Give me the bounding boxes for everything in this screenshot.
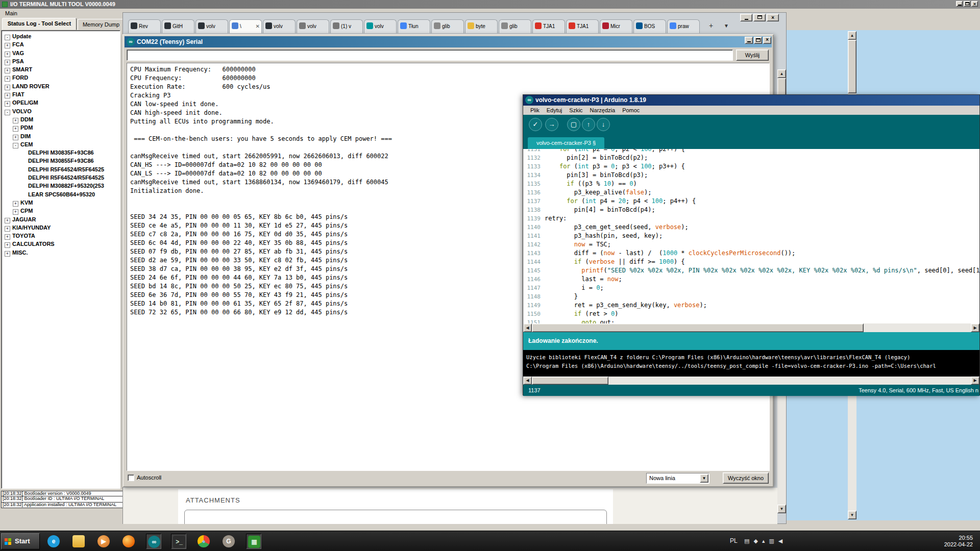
browser-tab[interactable]: praw	[667, 19, 700, 33]
media-player-icon[interactable]: ▶	[96, 534, 111, 549]
scrollbar-thumb[interactable]	[532, 323, 864, 332]
browser-tab[interactable]: TJA1	[532, 19, 565, 33]
save-sketch-button[interactable]: ↓	[597, 118, 610, 131]
menu-item-edytuj[interactable]: Edytuj	[547, 107, 562, 113]
scrollbar-thumb[interactable]	[532, 377, 608, 385]
expand-icon[interactable]: +	[5, 68, 10, 73]
scroll-left-icon[interactable]: ◀	[523, 323, 532, 332]
tree-item[interactable]: +FIAT	[3, 90, 120, 98]
verify-button[interactable]: ✓	[529, 118, 542, 131]
minimize-icon[interactable]	[745, 37, 753, 44]
scroll-up-icon[interactable]: ▲	[848, 31, 856, 40]
tree-item[interactable]: DELPHI M30882F+95320(253	[3, 182, 120, 190]
tree-item[interactable]: +MISC.	[3, 248, 120, 257]
close-tab-icon[interactable]: ✕	[256, 23, 260, 30]
arduino-serial-icon[interactable]: ∞	[146, 534, 161, 549]
chevron-up-icon[interactable]: ▴	[762, 538, 769, 544]
serial-monitor-titlebar[interactable]: ∞ COM22 (Teensy) Serial	[125, 36, 772, 47]
expand-icon[interactable]: +	[5, 60, 10, 65]
expand-icon[interactable]: +	[13, 126, 18, 132]
code-editor[interactable]: 1131 for (int p2 = 0; p2 < 100; p2++) {1…	[523, 149, 979, 323]
tree-item[interactable]: DELPHI M30835F+93C86	[3, 148, 120, 157]
gimp-icon[interactable]: G	[221, 534, 236, 549]
scroll-down-icon[interactable]: ▼	[848, 511, 856, 519]
network-icon[interactable]: ▥	[769, 538, 778, 544]
expand-icon[interactable]: +	[5, 242, 10, 248]
menu-item-narzędzia[interactable]: Narzędzia	[590, 107, 616, 113]
new-tab-button[interactable]: +	[705, 20, 717, 32]
tree-item[interactable]: -VOLVO	[3, 107, 120, 115]
scrollbar-thumb[interactable]	[848, 40, 856, 93]
scroll-right-icon[interactable]: ▶	[971, 377, 979, 385]
tree-item[interactable]: +KVM	[3, 198, 120, 207]
scroll-right-icon[interactable]: ▶	[971, 323, 979, 332]
line-ending-select[interactable]: Nowa linia ▼	[646, 473, 709, 484]
tree-item[interactable]: +DDM	[3, 115, 120, 123]
expand-icon[interactable]: +	[5, 52, 10, 57]
expand-icon[interactable]: +	[13, 209, 18, 215]
console-hscrollbar[interactable]: ◀ ▶	[523, 377, 979, 385]
tree-item[interactable]: +SMART	[3, 65, 120, 73]
minimize-icon[interactable]	[740, 14, 752, 21]
expand-icon[interactable]: +	[5, 218, 10, 223]
collapse-icon[interactable]: -	[5, 110, 10, 115]
scroll-down-icon[interactable]: ▼	[777, 505, 786, 513]
expand-icon[interactable]: +	[5, 234, 10, 240]
browser-tab[interactable]: BOS	[633, 19, 666, 33]
expand-icon[interactable]: +	[5, 93, 10, 98]
browser-tab[interactable]: TJA1	[566, 19, 599, 33]
tree-item[interactable]: -CEM	[3, 140, 120, 148]
browser-tab[interactable]: Rev	[128, 19, 161, 33]
expand-icon[interactable]: +	[13, 201, 18, 207]
close-icon[interactable]: ×	[763, 37, 771, 44]
browser-tab[interactable]: GitH	[162, 19, 194, 33]
tab-memory-dump[interactable]: Memory Dump	[78, 19, 125, 30]
send-button[interactable]: Wyślij	[736, 49, 769, 61]
tree-item[interactable]: +JAGUAR	[3, 215, 120, 223]
tree-item[interactable]: +FORD	[3, 73, 120, 82]
scroll-up-icon[interactable]: ▲	[777, 69, 786, 78]
editor-hscrollbar[interactable]: ◀ ▶	[523, 323, 979, 332]
minimize-icon[interactable]	[956, 1, 963, 7]
maximize-icon[interactable]	[754, 37, 762, 44]
menu-item-szkic[interactable]: Szkic	[569, 107, 582, 113]
tree-item[interactable]: +VAG	[3, 49, 120, 57]
menu-item-plik[interactable]: Plik	[530, 107, 540, 113]
browser-tab[interactable]: volv	[297, 19, 329, 33]
close-icon[interactable]: ×	[767, 14, 779, 21]
tree-item[interactable]: -Update	[3, 32, 120, 40]
scroll-left-icon[interactable]: ◀	[523, 377, 532, 385]
expand-icon[interactable]: +	[5, 226, 10, 232]
tree-item[interactable]: DELPHI M30855F+93C86	[3, 157, 120, 165]
collapse-icon[interactable]: -	[5, 35, 10, 40]
browser-tab[interactable]: byte	[465, 19, 498, 33]
terminal-icon[interactable]: >_	[171, 534, 186, 549]
collapse-icon[interactable]: -	[13, 143, 18, 148]
tree-item[interactable]: +DIM	[3, 132, 120, 140]
tree-item[interactable]: +TOYOTA	[3, 232, 120, 240]
tree-item[interactable]: +CALCULATORS	[3, 240, 120, 248]
shield-icon[interactable]: ◆	[753, 538, 762, 544]
tree-item[interactable]: DELPHI R5F64524/R5F64525	[3, 165, 120, 173]
tree-item[interactable]: +OPEL/GM	[3, 98, 120, 107]
firefox-icon[interactable]	[121, 534, 136, 549]
autoscroll-checkbox[interactable]	[128, 474, 134, 481]
browser-tab[interactable]: (1) v	[330, 19, 363, 33]
menu-item-pomoc[interactable]: Pomoc	[622, 107, 640, 113]
expand-icon[interactable]: +	[13, 118, 18, 123]
browser-tab[interactable]: Micr	[600, 19, 632, 33]
restore-icon[interactable]	[753, 14, 766, 21]
taskbar-clock[interactable]: 20:55 2022-04-22	[944, 535, 973, 548]
chrome-icon[interactable]: ●	[196, 534, 211, 549]
tree-item[interactable]: +CPM	[3, 207, 120, 215]
browser-tab[interactable]: Tłun	[398, 19, 430, 33]
tree-item[interactable]: +PDM	[3, 123, 120, 132]
expand-icon[interactable]: +	[5, 101, 10, 107]
tree-item[interactable]: LEAR SPC560B64+95320	[3, 190, 120, 198]
browser-tab[interactable]: \✕	[229, 19, 262, 33]
open-sketch-button[interactable]: ↑	[582, 118, 595, 131]
sketch-tab[interactable]: volvo-cem-cracker-P3 §	[528, 137, 604, 149]
menu-item-main[interactable]: Main	[5, 10, 17, 16]
upload-button[interactable]: →	[545, 118, 558, 131]
eeprom-tool-icon[interactable]: ▦	[246, 534, 261, 549]
